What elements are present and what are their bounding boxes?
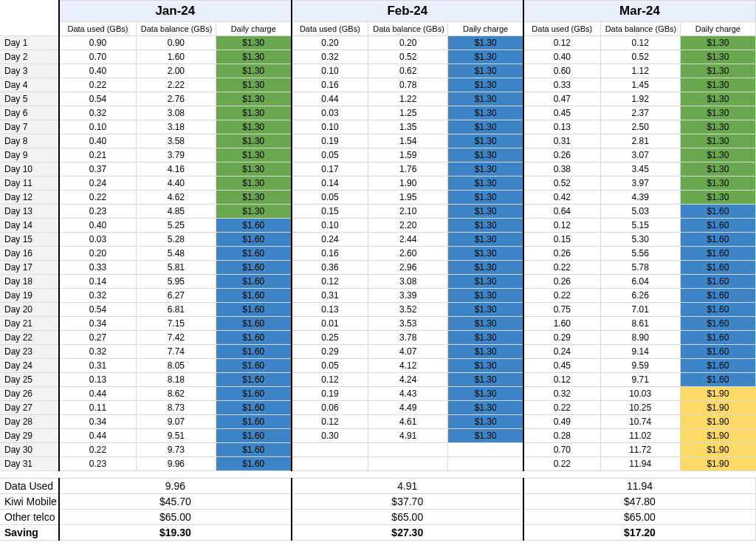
daily-charge-cell: $1.60: [216, 261, 291, 275]
data-balance-cell: 1.35: [368, 120, 448, 134]
data-used-cell: 0.22: [523, 401, 600, 415]
day-label: Day 1: [0, 36, 59, 50]
data-used-cell: 0.25: [292, 331, 368, 345]
data-balance-cell: 7.42: [136, 331, 216, 345]
daily-charge-cell: $1.90: [680, 443, 755, 457]
data-balance-cell: 1.60: [136, 50, 216, 64]
data-used-cell: 0.22: [59, 191, 136, 205]
data-balance-cell: 9.51: [136, 429, 216, 443]
data-used-cell: 0.24: [292, 233, 368, 247]
data-used-cell: 0.28: [523, 429, 600, 443]
day-label: Day 15: [0, 233, 59, 247]
day-label: Day 16: [0, 247, 59, 261]
daily-charge-cell: $1.60: [216, 359, 291, 373]
daily-charge-cell: $1.30: [680, 92, 755, 106]
daily-charge-cell: $1.60: [216, 233, 291, 247]
data-balance-cell: 4.49: [368, 401, 448, 415]
day-label: Day 27: [0, 401, 59, 415]
data-used-cell: [292, 457, 368, 471]
data-used-cell: 0.21: [59, 148, 136, 162]
daily-charge-cell: $1.90: [680, 387, 755, 401]
day-label: Day 14: [0, 219, 59, 233]
data-used-cell: 0.47: [523, 92, 600, 106]
daily-charge-cell: $1.30: [216, 191, 291, 205]
data-balance-cell: 5.56: [600, 247, 680, 261]
daily-charge-cell: $1.60: [216, 443, 291, 457]
data-used-cell: 0.26: [523, 148, 600, 162]
day-label: Day 25: [0, 373, 59, 387]
data-used-cell: 0.05: [292, 148, 368, 162]
summary-value-other: $65.00: [523, 510, 756, 525]
daily-charge-cell: $1.30: [448, 401, 523, 415]
daily-charge-cell: $1.30: [680, 191, 755, 205]
column-header: Daily charge: [448, 22, 523, 36]
data-used-cell: 0.60: [523, 64, 600, 78]
data-balance-cell: 9.07: [136, 415, 216, 429]
data-used-cell: 0.34: [59, 317, 136, 331]
daily-charge-cell: $1.30: [448, 331, 523, 345]
data-used-cell: 0.12: [292, 275, 368, 289]
data-balance-cell: 4.39: [600, 191, 680, 205]
data-balance-cell: 2.00: [136, 64, 216, 78]
data-balance-cell: 3.52: [368, 303, 448, 317]
data-used-cell: 0.13: [292, 303, 368, 317]
data-used-cell: 0.10: [59, 120, 136, 134]
daily-charge-cell: $1.60: [680, 219, 755, 233]
daily-charge-cell: $1.30: [216, 120, 291, 134]
data-used-cell: 0.37: [59, 162, 136, 177]
day-label: Day 12: [0, 191, 59, 205]
data-used-cell: 0.32: [523, 387, 600, 401]
data-balance-cell: 2.22: [136, 78, 216, 92]
data-balance-cell: 3.08: [136, 106, 216, 120]
data-balance-cell: 2.60: [368, 247, 448, 261]
summary-label-kiwi: Kiwi Mobile: [0, 494, 59, 510]
daily-charge-cell: $1.30: [448, 387, 523, 401]
daily-charge-cell: $1.30: [216, 134, 291, 148]
data-used-cell: 0.12: [292, 415, 368, 429]
data-balance-cell: 9.71: [600, 373, 680, 387]
daily-charge-cell: $1.60: [216, 219, 291, 233]
data-used-cell: 0.32: [59, 289, 136, 303]
data-used-cell: 0.33: [59, 261, 136, 275]
daily-charge-cell: $1.60: [216, 275, 291, 289]
summary-value-dataUsed: 9.96: [59, 479, 291, 494]
daily-charge-cell: $1.90: [680, 457, 755, 471]
data-used-cell: 0.20: [292, 36, 368, 50]
daily-charge-cell: $1.30: [448, 219, 523, 233]
data-balance-cell: 2.37: [600, 106, 680, 120]
data-used-cell: 0.10: [292, 120, 368, 134]
daily-charge-cell: $1.30: [448, 50, 523, 64]
data-balance-cell: 8.18: [136, 373, 216, 387]
data-used-cell: 0.42: [523, 191, 600, 205]
daily-charge-cell: $1.60: [216, 373, 291, 387]
column-header: Data used (GBs): [59, 22, 136, 36]
data-balance-cell: 4.91: [368, 429, 448, 443]
month-header: Feb-24: [292, 1, 523, 22]
data-used-cell: 0.38: [523, 162, 600, 177]
data-used-cell: 0.03: [292, 106, 368, 120]
data-balance-cell: 3.08: [368, 275, 448, 289]
daily-charge-cell: $1.30: [216, 148, 291, 162]
data-balance-cell: 7.01: [600, 303, 680, 317]
data-used-cell: 0.31: [292, 289, 368, 303]
data-balance-cell: 8.73: [136, 401, 216, 415]
data-balance-cell: 2.81: [600, 134, 680, 148]
data-used-cell: 0.44: [59, 387, 136, 401]
day-label: Day 20: [0, 303, 59, 317]
data-balance-cell: 6.26: [600, 289, 680, 303]
data-used-cell: 0.10: [292, 219, 368, 233]
daily-charge-cell: $1.60: [680, 373, 755, 387]
data-used-cell: 0.15: [292, 205, 368, 219]
data-used-cell: 0.12: [523, 373, 600, 387]
data-balance-cell: 9.59: [600, 359, 680, 373]
daily-charge-cell: $1.30: [448, 78, 523, 92]
daily-charge-cell: $1.30: [448, 359, 523, 373]
data-used-cell: 0.12: [523, 36, 600, 50]
daily-charge-cell: $1.30: [680, 148, 755, 162]
data-used-cell: 0.16: [292, 247, 368, 261]
data-balance-cell: 10.74: [600, 415, 680, 429]
data-balance-cell: 5.25: [136, 219, 216, 233]
daily-charge-cell: $1.60: [216, 303, 291, 317]
day-label: Day 23: [0, 345, 59, 359]
daily-charge-cell: $1.90: [680, 415, 755, 429]
